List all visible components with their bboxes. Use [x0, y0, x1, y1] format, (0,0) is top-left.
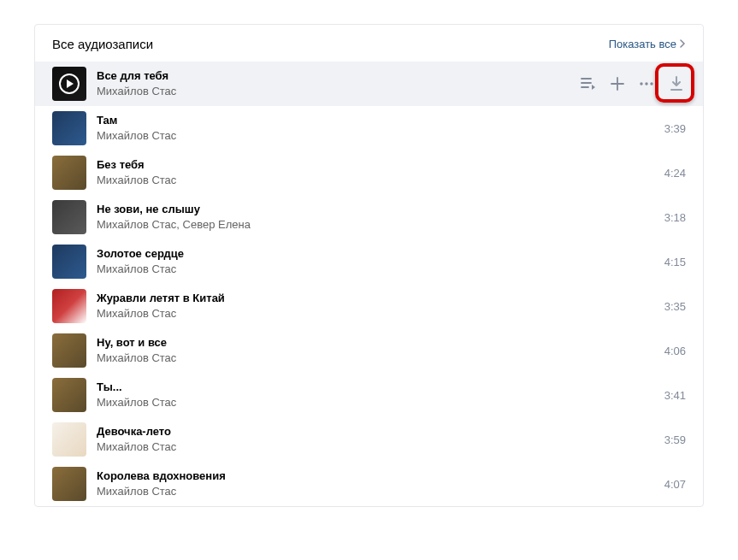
track-duration: 4:15	[655, 256, 686, 268]
add-icon[interactable]	[609, 75, 626, 92]
track-info: Журавли летят в Китай Михайлов Стас	[97, 292, 655, 321]
audio-panel: Все аудиозаписи Показать все Все для теб…	[34, 24, 704, 507]
track-title: Все для тебя	[97, 69, 580, 84]
track-info: Без тебя Михайлов Стас	[97, 158, 655, 188]
play-icon	[59, 74, 80, 94]
track-row[interactable]: Ну, вот и все Михайлов Стас 4:06	[35, 328, 703, 373]
track-row[interactable]: Журавли летят в Китай Михайлов Стас 3:35	[35, 284, 703, 328]
track-artist[interactable]: Михайлов Стас	[97, 174, 655, 188]
track-duration: 3:41	[655, 389, 686, 402]
track-artist[interactable]: Михайлов Стас	[97, 85, 580, 99]
album-cover[interactable]	[52, 111, 86, 145]
track-title: Журавли летят в Китай	[97, 292, 655, 306]
track-info: Девочка-лето Михайлов Стас	[97, 425, 655, 455]
track-artist[interactable]: Михайлов Стас	[97, 307, 655, 321]
album-cover[interactable]	[52, 156, 86, 190]
track-info: Королева вдохновения Михайлов Стас	[97, 469, 655, 499]
track-duration: 4:24	[655, 167, 686, 180]
track-artist[interactable]: Михайлов Стас	[97, 440, 655, 455]
track-artist[interactable]: Михайлов Стас	[97, 262, 655, 277]
more-icon[interactable]	[638, 75, 655, 92]
track-row[interactable]: Все для тебя Михайлов Стас	[35, 62, 703, 106]
track-title: Девочка-лето	[97, 425, 655, 439]
album-cover[interactable]	[52, 289, 86, 323]
download-button[interactable]	[667, 74, 686, 93]
track-duration: 3:35	[655, 300, 686, 313]
svg-point-2	[650, 82, 652, 85]
track-artist[interactable]: Михайлов Стас, Север Елена	[97, 218, 655, 233]
show-all-link[interactable]: Показать все	[609, 38, 686, 50]
track-row[interactable]: Королева вдохновения Михайлов Стас 4:07	[35, 462, 703, 506]
album-cover[interactable]	[52, 67, 86, 101]
track-artist[interactable]: Михайлов Стас	[97, 485, 655, 499]
track-title: Ну, вот и все	[97, 336, 655, 351]
track-row[interactable]: Без тебя Михайлов Стас 4:24	[35, 150, 703, 195]
album-cover[interactable]	[52, 422, 86, 457]
track-title: Не зови, не слышу	[97, 203, 655, 217]
track-title: Без тебя	[97, 158, 655, 173]
track-actions	[580, 75, 655, 92]
track-row[interactable]: Ты... Михайлов Стас 3:41	[35, 373, 703, 417]
show-all-text: Показать все	[609, 38, 676, 50]
track-row[interactable]: Золотое сердце Михайлов Стас 4:15	[35, 239, 703, 284]
track-info: Не зови, не слышу Михайлов Стас, Север Е…	[97, 203, 655, 233]
track-info: Ну, вот и все Михайлов Стас	[97, 336, 655, 366]
track-list: Все для тебя Михайлов Стас Та	[35, 62, 703, 506]
track-row[interactable]: Там Михайлов Стас 3:39	[35, 106, 703, 150]
album-cover[interactable]	[52, 200, 86, 234]
track-duration: 3:39	[655, 122, 686, 135]
chevron-right-icon	[680, 39, 686, 50]
album-cover[interactable]	[52, 467, 86, 501]
track-info: Золотое сердце Михайлов Стас	[97, 247, 655, 277]
track-duration: 3:59	[655, 433, 686, 446]
track-info: Там Михайлов Стас	[97, 114, 655, 144]
track-duration: 4:07	[655, 478, 686, 491]
track-row[interactable]: Не зови, не слышу Михайлов Стас, Север Е…	[35, 195, 703, 239]
panel-header: Все аудиозаписи Показать все	[35, 25, 703, 62]
track-row[interactable]: Девочка-лето Михайлов Стас 3:59	[35, 417, 703, 462]
album-cover[interactable]	[52, 333, 86, 368]
track-duration: 4:06	[655, 345, 686, 357]
track-artist[interactable]: Михайлов Стас	[97, 129, 655, 144]
track-info: Все для тебя Михайлов Стас	[97, 69, 580, 99]
track-title: Ты...	[97, 380, 655, 395]
svg-point-1	[645, 82, 647, 85]
play-overlay[interactable]	[52, 67, 86, 101]
svg-point-0	[640, 82, 642, 85]
album-cover[interactable]	[52, 245, 86, 279]
track-title: Золотое сердце	[97, 247, 655, 262]
play-next-icon[interactable]	[580, 75, 597, 92]
track-info: Ты... Михайлов Стас	[97, 380, 655, 410]
album-cover[interactable]	[52, 378, 86, 412]
panel-title: Все аудиозаписи	[52, 37, 153, 51]
track-title: Там	[97, 114, 655, 128]
track-artist[interactable]: Михайлов Стас	[97, 351, 655, 366]
track-artist[interactable]: Михайлов Стас	[97, 396, 655, 410]
track-duration: 3:18	[655, 211, 686, 224]
track-title: Королева вдохновения	[97, 469, 655, 484]
